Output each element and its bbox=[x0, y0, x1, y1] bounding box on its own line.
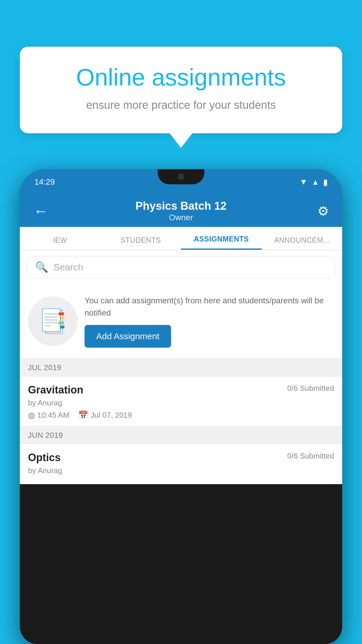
assignment-card-optics[interactable]: Optics 0/6 Submitted by Anurag bbox=[20, 444, 342, 484]
signal-icon: ▲ bbox=[312, 178, 319, 187]
clock-icon: ◍ bbox=[28, 410, 35, 420]
back-button[interactable]: ← bbox=[30, 199, 51, 223]
assignment-title: Gravitation bbox=[28, 384, 83, 396]
tab-announcements[interactable]: ANNOUNCEM... bbox=[262, 236, 342, 250]
status-bar: 14:29 ▼ ▲ ▮ bbox=[20, 169, 342, 195]
assignment-title-optics: Optics bbox=[28, 452, 61, 464]
tab-iew[interactable]: IEW bbox=[20, 236, 101, 250]
assignment-by: by Anurag bbox=[28, 398, 334, 407]
promo-text: You can add assignment(s) from here and … bbox=[85, 295, 334, 319]
add-assignment-button[interactable]: Add Assignment bbox=[85, 325, 171, 348]
status-icons: ▼ ▲ ▮ bbox=[300, 177, 328, 187]
search-placeholder: Search bbox=[54, 262, 83, 273]
app-bar-title-group: Physics Batch 12 Owner bbox=[136, 200, 227, 222]
speech-title: Online assignments bbox=[40, 64, 322, 90]
speech-card: Online assignments ensure more practice … bbox=[20, 47, 342, 133]
assignment-header: Gravitation 0/6 Submitted bbox=[28, 384, 334, 396]
assignment-date: 📅 Jul 07, 2019 bbox=[78, 410, 132, 420]
assignment-by-optics: by Anurag bbox=[28, 466, 334, 475]
app-bar-title: Physics Batch 12 bbox=[136, 200, 227, 213]
notebook-icon: 📑 bbox=[38, 307, 67, 335]
assignment-header-optics: Optics 0/6 Submitted bbox=[28, 452, 334, 464]
search-box[interactable]: 🔍 Search bbox=[27, 256, 335, 278]
search-icon: 🔍 bbox=[35, 261, 48, 273]
status-time: 14:29 bbox=[34, 177, 55, 187]
battery-icon: ▮ bbox=[323, 177, 328, 187]
search-container: 🔍 Search bbox=[20, 250, 342, 284]
tab-students[interactable]: STUDENTS bbox=[101, 236, 181, 250]
calendar-icon: 📅 bbox=[78, 410, 88, 420]
tabs-bar: IEW STUDENTS ASSIGNMENTS ANNOUNCEM... bbox=[20, 227, 342, 250]
phone-shell: 14:29 ▼ ▲ ▮ ← Physics Batch 12 Owner ⚙ I… bbox=[20, 169, 342, 644]
phone-content: 🔍 Search 📑 You can add assignment(s) fro… bbox=[20, 250, 342, 484]
assignment-card-gravitation[interactable]: Gravitation 0/6 Submitted by Anurag ◍ 10… bbox=[20, 377, 342, 426]
assignment-meta: ◍ 10:45 AM 📅 Jul 07, 2019 bbox=[28, 410, 334, 420]
section-jun-2019: JUN 2019 bbox=[20, 426, 342, 444]
promo-area: 📑 You can add assignment(s) from here an… bbox=[20, 284, 342, 358]
promo-right: You can add assignment(s) from here and … bbox=[85, 295, 334, 348]
notch bbox=[158, 169, 204, 184]
notebook-circle: 📑 bbox=[28, 296, 78, 346]
app-bar-subtitle: Owner bbox=[136, 213, 227, 222]
section-jul-2019: JUL 2019 bbox=[20, 358, 342, 377]
tab-assignments[interactable]: ASSIGNMENTS bbox=[181, 235, 262, 250]
speech-subtitle: ensure more practice for your students bbox=[40, 97, 322, 113]
app-bar: ← Physics Batch 12 Owner ⚙ bbox=[20, 195, 342, 227]
camera bbox=[178, 174, 184, 180]
wifi-icon: ▼ bbox=[300, 177, 308, 187]
submitted-label: 0/6 Submitted bbox=[287, 384, 334, 393]
submitted-label-optics: 0/6 Submitted bbox=[287, 452, 334, 461]
assignment-time: ◍ 10:45 AM bbox=[28, 410, 69, 420]
settings-button[interactable]: ⚙ bbox=[314, 201, 332, 221]
